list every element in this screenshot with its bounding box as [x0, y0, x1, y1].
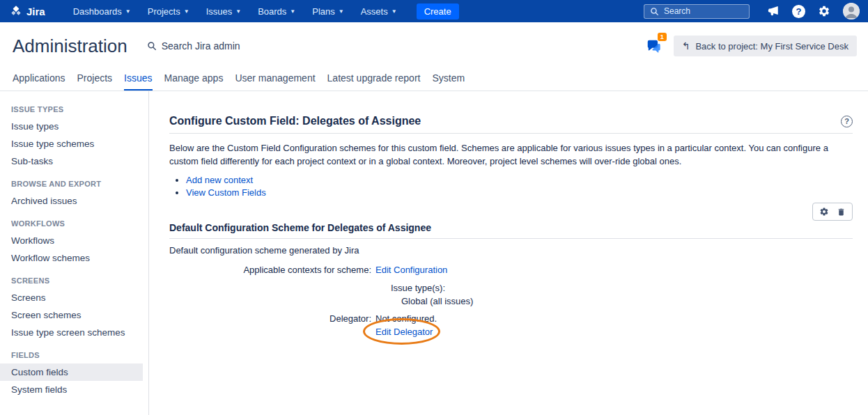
scheme-toolbar-row — [169, 203, 853, 221]
tab-latest-upgrade-report[interactable]: Latest upgrade report — [327, 70, 421, 91]
nav-item-label: Dashboards — [73, 6, 122, 17]
scheme-subtitle: Default configuration scheme generated b… — [169, 245, 853, 256]
announcements-icon[interactable] — [767, 5, 780, 17]
configure-custom-field-title: Configure Custom Field: Delegates of Ass… — [169, 115, 421, 127]
sidebar-item-sub-tasks[interactable]: Sub-tasks — [0, 152, 148, 170]
notifications-icon[interactable]: 1 — [646, 38, 661, 54]
chevron-down-icon: ▼ — [184, 8, 189, 15]
delegator-value: Not configured. Edit Delegator — [371, 313, 437, 337]
user-avatar[interactable] — [843, 3, 860, 19]
delegator-row: Delegator: Not configured. Edit Delegato… — [169, 313, 853, 337]
scheme-toolbar — [812, 203, 853, 221]
sidebar-item-system-fields[interactable]: System fields — [0, 381, 148, 398]
chevron-down-icon: ▼ — [235, 8, 241, 15]
contexts-label: Applicable contexts for scheme: — [169, 265, 371, 306]
sidebar-item-workflows[interactable]: Workflows — [0, 232, 148, 249]
nav-item-label: Boards — [258, 6, 286, 17]
sidebar-item-screen-schemes[interactable]: Screen schemes — [0, 306, 148, 324]
back-to-project-button[interactable]: ↰ Back to project: My First Service Desk — [674, 36, 857, 56]
sidebar-section-title: BROWSE AND EXPORT — [0, 180, 148, 188]
delegator-label: Delegator: — [169, 313, 371, 337]
topnav-menu: Dashboards▼ Projects▼ Issues▼ Boards▼ Pl… — [66, 3, 404, 19]
tab-user-management[interactable]: User management — [235, 70, 315, 91]
admin-tabs: Applications Projects Issues Manage apps… — [0, 70, 868, 91]
edit-delegator-wrap: Edit Delegator — [375, 327, 433, 337]
sidebar-item-workflow-schemes[interactable]: Workflow schemes — [0, 249, 148, 267]
nav-item-label: Plans — [312, 6, 335, 17]
sidebar-item-issue-types[interactable]: Issue types — [0, 118, 148, 135]
sidebar-item-issue-type-schemes[interactable]: Issue type schemes — [0, 135, 148, 152]
nav-item-dashboards[interactable]: Dashboards▼ — [66, 3, 138, 19]
chevron-down-icon: ▼ — [339, 8, 344, 15]
main-panel: Configure Custom Field: Delegates of Ass… — [149, 91, 868, 415]
nav-item-label: Assets — [361, 6, 388, 17]
return-arrow-icon: ↰ — [682, 41, 690, 51]
chevron-down-icon: ▼ — [125, 8, 131, 15]
jira-logo-text: Jira — [26, 6, 45, 17]
edit-delegator-link[interactable]: Edit Delegator — [375, 327, 433, 337]
sidebar-section-fields: FIELDS Custom fields System fields — [0, 351, 148, 398]
admin-search-placeholder: Search Jira admin — [162, 40, 240, 52]
nav-item-boards[interactable]: Boards▼ — [251, 3, 302, 19]
top-navbar: Jira Dashboards▼ Projects▼ Issues▼ Board… — [0, 0, 868, 22]
sidebar-item-custom-fields[interactable]: Custom fields — [0, 363, 143, 381]
sidebar-section-title: WORKFLOWS — [0, 219, 148, 228]
create-button[interactable]: Create — [417, 3, 459, 19]
tab-system[interactable]: System — [432, 70, 465, 91]
sidebar-section-browse-and-export: BROWSE AND EXPORT Archived issues — [0, 180, 148, 210]
contexts-value: Edit Configuration Issue type(s): Global… — [371, 265, 473, 306]
list-item: View Custom Fields — [186, 187, 853, 198]
view-custom-fields-link[interactable]: View Custom Fields — [186, 187, 266, 198]
tab-manage-apps[interactable]: Manage apps — [164, 70, 224, 91]
notification-badge: 1 — [658, 33, 667, 41]
list-item: Add new context — [186, 174, 853, 186]
contexts-row: Applicable contexts for scheme: Edit Con… — [169, 265, 853, 306]
sidebar-section-title: SCREENS — [0, 276, 148, 285]
sidebar-section-workflows: WORKFLOWS Workflows Workflow schemes — [0, 219, 148, 267]
configure-gear-icon[interactable] — [819, 207, 829, 217]
tab-projects[interactable]: Projects — [77, 70, 113, 91]
sidebar-section-title: ISSUE TYPES — [0, 105, 148, 113]
issue-types-label: Issue type(s): — [391, 283, 473, 293]
nav-item-issues[interactable]: Issues▼ — [199, 3, 249, 19]
search-icon — [147, 41, 157, 51]
help-icon[interactable]: ? — [792, 5, 805, 18]
sidebar-section-issue-types: ISSUE TYPES Issue types Issue type schem… — [0, 105, 148, 170]
content-area: ISSUE TYPES Issue types Issue type schem… — [0, 91, 868, 415]
sidebar-item-archived-issues[interactable]: Archived issues — [0, 192, 148, 210]
action-links: Add new context View Custom Fields — [169, 174, 853, 198]
admin-header: Administration Search Jira admin 1 ↰ Bac… — [0, 22, 868, 70]
sidebar-section-title: FIELDS — [0, 351, 148, 359]
nav-item-label: Issues — [206, 6, 233, 17]
sidebar-section-screens: SCREENS Screens Screen schemes Issue typ… — [0, 276, 148, 341]
search-icon — [650, 7, 659, 16]
contextual-help-icon[interactable]: ? — [841, 116, 853, 127]
question-mark-glyph: ? — [792, 5, 805, 18]
issue-types-value: Global (all issues) — [401, 296, 473, 306]
delegator-status-text: Not configured. — [375, 313, 437, 324]
add-new-context-link[interactable]: Add new context — [186, 175, 253, 185]
sidebar-item-screens[interactable]: Screens — [0, 289, 148, 306]
page-title: Administration — [13, 36, 127, 57]
nav-item-label: Projects — [148, 6, 180, 17]
tab-applications[interactable]: Applications — [13, 70, 65, 91]
edit-configuration-link[interactable]: Edit Configuration — [375, 265, 447, 275]
jira-logo-icon — [10, 5, 22, 17]
main-title-row: Configure Custom Field: Delegates of Ass… — [169, 115, 853, 134]
delete-trash-icon[interactable] — [837, 208, 846, 217]
nav-item-assets[interactable]: Assets▼ — [354, 3, 404, 19]
global-search-placeholder: Search — [664, 6, 690, 16]
nav-item-plans[interactable]: Plans▼ — [305, 3, 350, 19]
settings-gear-icon[interactable] — [818, 5, 830, 17]
nav-item-projects[interactable]: Projects▼ — [141, 3, 196, 19]
admin-search-input[interactable]: Search Jira admin — [147, 40, 240, 52]
tab-issues[interactable]: Issues — [124, 70, 152, 91]
global-search-input[interactable]: Search — [644, 4, 750, 19]
back-button-label: Back to project: My First Service Desk — [695, 41, 848, 52]
chevron-down-icon: ▼ — [392, 8, 397, 15]
sidebar: ISSUE TYPES Issue types Issue type schem… — [0, 91, 149, 415]
description-text: Below are the Custom Field Configuration… — [169, 141, 853, 168]
scheme-title: Default Configuration Scheme for Delegat… — [169, 222, 853, 239]
jira-logo[interactable]: Jira — [10, 5, 45, 17]
sidebar-item-issue-type-screen-schemes[interactable]: Issue type screen schemes — [0, 324, 148, 341]
